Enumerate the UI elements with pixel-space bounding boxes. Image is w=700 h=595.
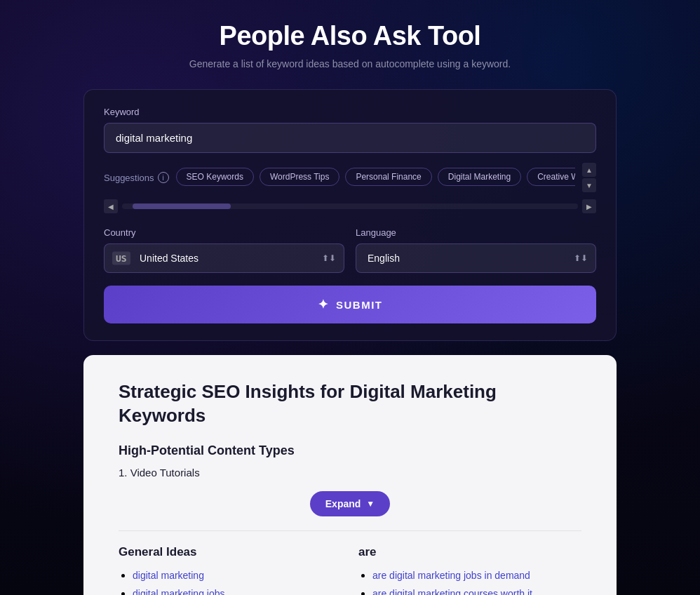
- chips-scroll-right[interactable]: ▶: [582, 199, 596, 213]
- keyword-link[interactable]: are digital marketing jobs in demand: [372, 570, 530, 581]
- expand-btn-row: Expand ▼: [119, 491, 581, 516]
- chip-personal-finance[interactable]: Personal Finance: [345, 168, 431, 186]
- chip-wordpress-tips[interactable]: WordPress Tips: [260, 168, 339, 186]
- chip-digital-marketing[interactable]: Digital Marketing: [438, 168, 521, 186]
- language-select[interactable]: English Spanish French German: [356, 243, 596, 273]
- general-ideas-list: digital marketing digital marketing jobs…: [119, 569, 342, 595]
- chips-scrollbar-track[interactable]: [122, 203, 578, 209]
- submit-button[interactable]: ✦ SUBMIT: [104, 286, 596, 323]
- keyword-link[interactable]: are digital marketing courses worth it: [372, 588, 532, 595]
- chips-scroll-down[interactable]: ▼: [582, 178, 596, 192]
- keyword-link[interactable]: digital marketing jobs: [133, 588, 225, 595]
- tool-panel: Keyword Suggestions i SEO Keywords WordP…: [83, 89, 617, 341]
- language-label: Language: [356, 227, 596, 238]
- submit-button-label: SUBMIT: [336, 299, 383, 311]
- numbered-item-1: 1. Video Tutorials: [119, 467, 581, 479]
- expand-button[interactable]: Expand ▼: [310, 491, 390, 516]
- suggestions-row: Suggestions i SEO Keywords WordPress Tip…: [104, 163, 596, 192]
- chips-scrollbar-thumb: [133, 203, 231, 209]
- keywords-grid: General Ideas digital marketing digital …: [119, 545, 581, 595]
- results-panel: Strategic SEO Insights for Digital Marke…: [83, 355, 617, 595]
- info-icon[interactable]: i: [158, 172, 169, 183]
- chip-seo-keywords[interactable]: SEO Keywords: [176, 168, 254, 186]
- suggestions-label: Suggestions i: [104, 172, 169, 183]
- language-field-wrapper: Language English Spanish French German ⬆…: [356, 227, 596, 273]
- expand-button-label: Expand: [325, 498, 361, 509]
- are-ideas-list: are digital marketing jobs in demand are…: [358, 569, 581, 595]
- country-select-wrapper: US United States United Kingdom Canada A…: [104, 243, 344, 273]
- are-ideas-column: are are digital marketing jobs in demand…: [358, 545, 581, 595]
- page-title: People Also Ask Tool: [220, 21, 481, 51]
- results-main-title: Strategic SEO Insights for Digital Marke…: [119, 380, 581, 428]
- country-field-wrapper: Country US United States United Kingdom …: [104, 227, 344, 273]
- keyword-link[interactable]: digital marketing: [133, 570, 204, 581]
- section-title: High-Potential Content Types: [119, 443, 581, 458]
- keyword-input[interactable]: [104, 123, 596, 153]
- chips-scroll-left[interactable]: ◀: [104, 199, 118, 213]
- country-label: Country: [104, 227, 344, 238]
- chips-scroll-up[interactable]: ▲: [582, 163, 596, 177]
- country-flag: US: [112, 252, 130, 265]
- suggestions-chips: SEO Keywords WordPress Tips Personal Fin…: [176, 168, 575, 187]
- language-select-wrapper: English Spanish French German ⬆⬇: [356, 243, 596, 273]
- country-select[interactable]: United States United Kingdom Canada Aust…: [104, 243, 344, 273]
- list-item: are digital marketing courses worth it: [372, 587, 581, 595]
- are-ideas-title: are: [358, 545, 581, 559]
- list-item: digital marketing jobs: [133, 587, 342, 595]
- general-ideas-title: General Ideas: [119, 545, 342, 559]
- general-ideas-column: General Ideas digital marketing digital …: [119, 545, 342, 595]
- expand-chevron-icon: ▼: [366, 499, 375, 509]
- page-subtitle: Generate a list of keyword ideas based o…: [189, 58, 511, 69]
- sparkle-icon: ✦: [318, 297, 330, 312]
- keyword-label: Keyword: [104, 107, 596, 117]
- country-language-row: Country US United States United Kingdom …: [104, 227, 596, 273]
- list-item: are digital marketing jobs in demand: [372, 569, 581, 582]
- list-item: digital marketing: [133, 569, 342, 582]
- chip-creative-writing[interactable]: Creative Writing: [527, 168, 575, 186]
- divider: [119, 530, 581, 531]
- scroll-area-row: ◀ ▶: [104, 199, 596, 213]
- suggestions-scroll-wrapper: SEO Keywords WordPress Tips Personal Fin…: [176, 168, 575, 187]
